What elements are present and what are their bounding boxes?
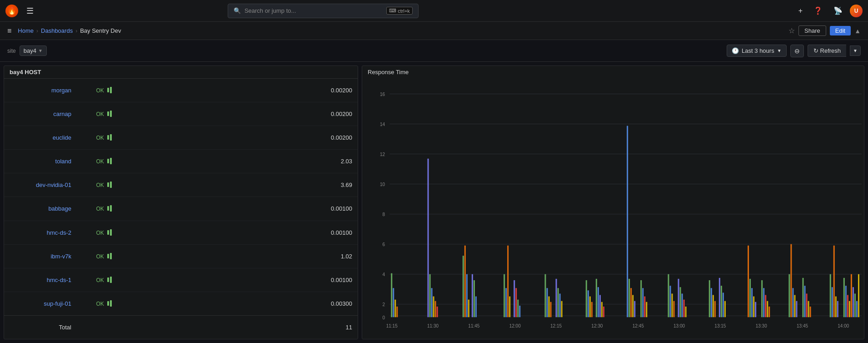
bar-icon-1	[107, 135, 109, 140]
filter-value: bay4	[24, 47, 36, 54]
value-cell: 0.00200	[131, 126, 358, 149]
svg-rect-41	[464, 246, 466, 317]
host-name[interactable]: babbage	[4, 197, 77, 221]
ok-label: OK	[96, 277, 104, 283]
nav-toggle-button[interactable]: ≡	[7, 27, 11, 35]
bar-icon-2	[110, 277, 112, 283]
breadcrumb-dashboards[interactable]: Dashboards	[41, 27, 73, 34]
ok-label: OK	[96, 158, 104, 165]
star-button[interactable]: ☆	[788, 26, 795, 35]
help-button[interactable]: ❓	[810, 5, 826, 17]
total-value: 11	[131, 316, 358, 339]
search-shortcut: ⌨ ctrl+k	[386, 7, 413, 15]
breadcrumb-right-actions: ☆ Share Edit ▲	[788, 25, 861, 36]
host-name[interactable]: dev-nvidia-01	[4, 173, 77, 197]
host-name[interactable]: morgan	[4, 79, 77, 102]
svg-rect-104	[763, 288, 764, 317]
status-cell: OK	[77, 221, 131, 244]
svg-rect-91	[711, 288, 712, 317]
status-icon	[107, 277, 112, 283]
status-cell: OK	[77, 126, 131, 149]
svg-rect-79	[644, 297, 645, 318]
svg-text:13:45: 13:45	[797, 323, 808, 328]
edit-button[interactable]: Edit	[830, 26, 851, 35]
svg-rect-30	[391, 273, 392, 318]
status-icon	[107, 300, 112, 307]
response-time-chart-panel: Response Time 16 14 12 10 8 6 4	[362, 66, 864, 339]
svg-rect-40	[463, 256, 464, 317]
svg-rect-77	[640, 280, 642, 317]
share-button[interactable]: Share	[798, 25, 826, 36]
svg-text:11:15: 11:15	[386, 323, 398, 328]
svg-rect-75	[632, 295, 634, 317]
svg-rect-99	[749, 279, 751, 317]
svg-text:14: 14	[380, 122, 385, 127]
table-row: sup-fuji-01 OK 0.00300	[4, 292, 358, 315]
host-name[interactable]: carnap	[4, 102, 77, 126]
time-range-button[interactable]: 🕐 Last 3 hours ▼	[727, 45, 786, 57]
host-name[interactable]: toland	[4, 150, 77, 173]
svg-text:13:00: 13:00	[673, 323, 685, 328]
host-name[interactable]: hmc-ds-1	[4, 268, 77, 292]
svg-rect-64	[588, 290, 589, 317]
svg-rect-51	[514, 280, 515, 317]
bar-icon-1	[107, 301, 109, 306]
top-navigation: 🔥 ☰ 🔍 Search or jump to... ⌨ ctrl+k + ❓ …	[0, 0, 868, 22]
hamburger-button[interactable]: ☰	[23, 4, 37, 18]
svg-rect-62	[561, 301, 563, 318]
host-name[interactable]: ibm-v7k	[4, 244, 77, 268]
search-bar[interactable]: 🔍 Search or jump to... ⌨ ctrl+k	[228, 4, 419, 18]
breadcrumb-sep-1: ›	[36, 28, 38, 34]
svg-rect-68	[598, 287, 599, 317]
svg-rect-119	[832, 287, 833, 317]
svg-rect-112	[796, 301, 797, 318]
svg-rect-121	[835, 297, 837, 318]
svg-rect-54	[519, 306, 520, 317]
svg-rect-35	[429, 274, 431, 317]
svg-rect-122	[837, 301, 838, 318]
add-button[interactable]: +	[795, 5, 806, 17]
svg-rect-57	[548, 297, 549, 318]
value-cell: 0.00100	[131, 268, 358, 292]
chevron-down-icon: ▼	[38, 48, 43, 53]
collapse-button[interactable]: ▲	[854, 27, 861, 35]
bar-icon-1	[107, 88, 109, 92]
value-cell: 0.00300	[131, 292, 358, 315]
nav-right-actions: + ❓ 📡 U	[795, 5, 863, 17]
breadcrumb-home[interactable]: Home	[18, 27, 34, 34]
svg-text:13:15: 13:15	[714, 323, 726, 328]
svg-rect-100	[751, 288, 753, 317]
svg-rect-81	[668, 274, 669, 317]
main-content: bay4 HOST morgan OK 0.00200 carnap OK	[0, 62, 868, 343]
ok-label: OK	[96, 230, 104, 236]
avatar[interactable]: U	[850, 5, 863, 17]
svg-rect-45	[474, 280, 475, 317]
time-range-label: Last 3 hours	[742, 47, 774, 54]
feed-button[interactable]: 📡	[830, 5, 846, 17]
host-name[interactable]: hmc-ds-2	[4, 221, 77, 244]
bar-icon-2	[110, 111, 112, 117]
svg-rect-107	[768, 307, 770, 317]
svg-rect-92	[713, 295, 714, 317]
svg-rect-130	[856, 301, 858, 318]
search-placeholder: Search or jump to...	[244, 7, 383, 14]
ok-label: OK	[96, 182, 104, 188]
host-name[interactable]: euclide	[4, 126, 77, 149]
panel-title: bay4 HOST	[4, 66, 358, 79]
svg-rect-90	[709, 280, 710, 317]
svg-rect-109	[790, 244, 792, 318]
grafana-logo: 🔥	[5, 5, 18, 17]
host-name[interactable]: sup-fuji-01	[4, 292, 77, 315]
breadcrumb-current: Bay Sentry Dev	[80, 27, 121, 34]
zoom-out-button[interactable]: ⊖	[790, 45, 804, 57]
svg-rect-117	[810, 307, 811, 317]
svg-rect-47	[504, 274, 505, 317]
refresh-dropdown-button[interactable]: ▼	[850, 45, 861, 56]
chart-title: Response Time	[362, 66, 864, 78]
table-row: babbage OK 0.00100	[4, 197, 358, 221]
refresh-button[interactable]: ↻ Refresh	[808, 45, 847, 57]
site-filter-dropdown[interactable]: bay4 ▼	[20, 45, 47, 56]
refresh-icon: ↻	[813, 47, 818, 54]
svg-rect-44	[472, 274, 473, 317]
chart-area: 16 14 12 10 8 6 4 2 0 11:15 11:30 11:45 …	[362, 78, 864, 339]
